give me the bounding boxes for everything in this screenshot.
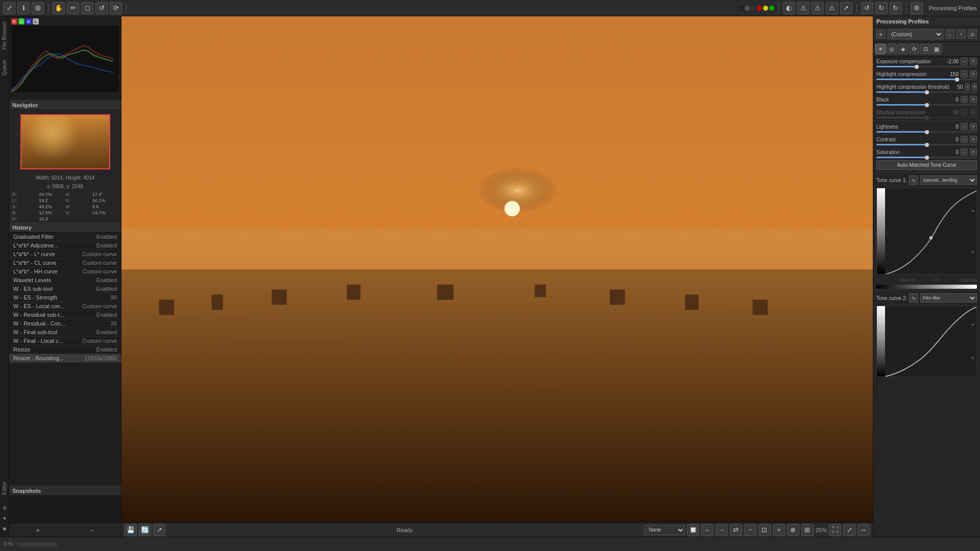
- exposure-comp-minus[interactable]: −: [961, 58, 968, 65]
- curve-2-icon-2[interactable]: ▼: [969, 356, 976, 361]
- img-btn-navigate-right[interactable]: →: [716, 524, 728, 536]
- auto-matched-tone-curve-btn[interactable]: Auto-Matched Tone Curve: [876, 160, 977, 170]
- contrast-minus[interactable]: −: [961, 136, 968, 143]
- rpi-btn-exposure[interactable]: ☀: [875, 44, 886, 54]
- toolbar-btn-redo[interactable]: ↻: [890, 2, 902, 14]
- tone-curve-1-select[interactable]: Saturati...lending: [920, 176, 977, 185]
- black-plus[interactable]: +: [970, 96, 977, 103]
- history-row[interactable]: L*a*b* - L* curveCustom curve: [9, 250, 121, 259]
- highlight-comp-slider[interactable]: [876, 79, 977, 80]
- history-row[interactable]: W - Final sub-toolEnabled: [9, 328, 121, 337]
- history-row[interactable]: L*a*b* Adjustme...Enabled: [9, 241, 121, 250]
- highlight-comp-minus[interactable]: −: [961, 70, 968, 78]
- hist-icon-r[interactable]: R: [11, 18, 17, 24]
- lightness-thumb[interactable]: [925, 130, 929, 134]
- tone-curve-2-canvas[interactable]: ▲ ▼: [876, 306, 977, 377]
- history-row[interactable]: W - ES - Local con...Custom curve: [9, 302, 121, 311]
- img-btn-fit[interactable]: ↔: [857, 524, 870, 536]
- img-btn-zoom-in[interactable]: +: [773, 524, 785, 536]
- rpi-btn-transform[interactable]: ⟳: [909, 44, 919, 54]
- toolbar-btn-rect[interactable]: ◻: [81, 2, 93, 14]
- toolbar-btn-undo[interactable]: ↻: [875, 2, 888, 14]
- black-thumb[interactable]: [925, 103, 929, 107]
- saturation-slider[interactable]: [876, 157, 977, 158]
- highlight-threshold-thumb[interactable]: [925, 90, 929, 94]
- toolbar-btn-warning1[interactable]: ⚠: [797, 2, 810, 14]
- highlight-threshold-slider[interactable]: [876, 91, 977, 93]
- img-btn-zoom-fit[interactable]: ⊡: [758, 524, 771, 536]
- lightness-plus[interactable]: +: [970, 123, 977, 130]
- img-btn-sync[interactable]: 🔄: [139, 524, 151, 536]
- hist-icon-b[interactable]: B: [26, 18, 32, 24]
- highlight-comp-plus[interactable]: +: [970, 70, 977, 78]
- tone-curve-2-type-icon[interactable]: ∿: [909, 293, 918, 303]
- side-icon-tools[interactable]: ⚙: [1, 504, 9, 512]
- lightness-minus[interactable]: −: [961, 123, 968, 130]
- black-minus[interactable]: −: [961, 96, 968, 103]
- history-row[interactable]: W - ES sub-toolEnabled: [9, 285, 121, 293]
- exposure-comp-plus[interactable]: +: [970, 58, 977, 65]
- toolbar-btn-info[interactable]: ℹ: [17, 2, 30, 14]
- profile-load-btn[interactable]: ↓: [945, 30, 954, 39]
- contrast-thumb[interactable]: [925, 143, 929, 147]
- img-btn-zoom-fill[interactable]: ⊞: [801, 524, 814, 536]
- rpi-btn-color[interactable]: ◎: [887, 44, 897, 54]
- img-btn-navigate-left[interactable]: ←: [701, 524, 714, 536]
- side-tab-queue[interactable]: Queue: [1, 57, 8, 79]
- toolbar-btn-pencil[interactable]: ✏: [67, 2, 79, 14]
- toolbar-btn-export[interactable]: ↗: [840, 2, 852, 14]
- img-btn-swap[interactable]: ⇄: [730, 524, 742, 536]
- history-row[interactable]: Graduated FilterEnabled: [9, 233, 121, 241]
- history-list[interactable]: Graduated FilterEnabledL*a*b* Adjustme..…: [9, 233, 121, 486]
- img-btn-save[interactable]: 💾: [125, 524, 137, 536]
- curve-2-icon-1[interactable]: ▲: [969, 322, 976, 327]
- img-btn-zoom-100[interactable]: ⊕: [787, 524, 799, 536]
- hist-icon-g[interactable]: G: [18, 18, 24, 24]
- curve-icon-1[interactable]: ▲: [969, 208, 976, 213]
- img-btn-fullscreen[interactable]: ⛶: [829, 524, 841, 536]
- history-row[interactable]: W - ES - Strength90: [9, 293, 121, 302]
- exposure-comp-slider[interactable]: [876, 66, 977, 67]
- black-slider[interactable]: [876, 104, 977, 106]
- snapshot-add-btn[interactable]: +: [36, 526, 40, 535]
- contrast-plus[interactable]: +: [970, 136, 977, 143]
- rpi-btn-detail[interactable]: ◈: [898, 44, 908, 54]
- history-row[interactable]: W - Residual sub-t...Enabled: [9, 311, 121, 319]
- toolbar-btn-expand[interactable]: ⤢: [3, 2, 15, 14]
- history-row[interactable]: Wavelet LevelsEnabled: [9, 276, 121, 285]
- img-btn-expand2[interactable]: ⤢: [843, 524, 855, 536]
- rpi-btn-metadata[interactable]: ▦: [932, 44, 942, 54]
- profile-save-btn[interactable]: ↑: [957, 30, 966, 39]
- saturation-thumb[interactable]: [925, 156, 929, 160]
- history-row[interactable]: Resize - Bounding...(980x551): [9, 354, 121, 363]
- saturation-minus[interactable]: −: [961, 148, 968, 156]
- snapshot-remove-btn[interactable]: −: [90, 526, 94, 535]
- toolbar-btn-rotate-left[interactable]: ↺: [95, 2, 108, 14]
- toolbar-btn-warning2[interactable]: ⚠: [812, 2, 824, 14]
- highlight-threshold-minus[interactable]: −: [965, 83, 970, 90]
- toolbar-btn-rotate-ccw[interactable]: ↺: [861, 2, 873, 14]
- exposure-comp-thumb[interactable]: [915, 65, 919, 69]
- toolbar-btn-clip-shadow[interactable]: ◐: [783, 2, 795, 14]
- history-row[interactable]: ResizeEnabled: [9, 345, 121, 354]
- img-btn-zoom-out[interactable]: −: [744, 524, 756, 536]
- history-row[interactable]: W - Residual - Con...26: [9, 319, 121, 328]
- curve-icon-2[interactable]: ▼: [969, 250, 976, 255]
- tone-curve-1-canvas[interactable]: ▲ ▼: [876, 188, 977, 274]
- history-row[interactable]: L*a*b* - CL curveCustom curve: [9, 259, 121, 267]
- lightness-slider[interactable]: [876, 131, 977, 133]
- saturation-plus[interactable]: +: [970, 148, 977, 156]
- zoom-none-select[interactable]: None: [644, 525, 685, 535]
- highlight-comp-thumb[interactable]: [955, 78, 959, 82]
- img-btn-save2[interactable]: 🔲: [687, 524, 699, 536]
- history-row[interactable]: W - Final - Local c...Custom curve: [9, 337, 121, 345]
- toolbar-btn-hand[interactable]: ✋: [53, 2, 65, 14]
- side-tab-file-browser[interactable]: File Browser: [1, 18, 8, 53]
- profile-paste-btn[interactable]: ⊙: [968, 30, 977, 39]
- rpi-btn-raw[interactable]: ⊡: [920, 44, 930, 54]
- img-btn-share[interactable]: ↗: [153, 524, 165, 536]
- side-icon-color[interactable]: ◉: [1, 524, 9, 533]
- hist-icon-l[interactable]: L: [33, 18, 39, 24]
- profile-select[interactable]: (Custom): [888, 29, 943, 39]
- tone-curve-2-select[interactable]: Film-like: [920, 293, 977, 303]
